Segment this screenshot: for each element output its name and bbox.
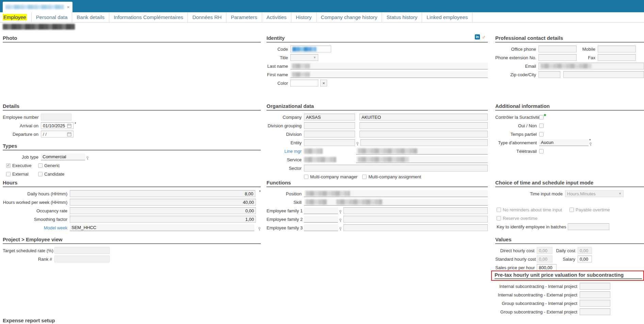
smoothing-factor-field[interactable]: 1,00 bbox=[70, 216, 256, 223]
departure-on-field[interactable]: / / bbox=[41, 131, 74, 137]
group-sub-internal-project-field[interactable] bbox=[580, 300, 610, 307]
tab-label: Données RH bbox=[192, 14, 222, 20]
tab-linked-employees[interactable]: Linked employees bbox=[422, 12, 472, 22]
rank-field[interactable] bbox=[54, 256, 110, 262]
weekly-hours-value: 40,00 bbox=[243, 200, 254, 205]
executive-checkbox[interactable] bbox=[6, 163, 11, 168]
reserve-overtime-checkbox[interactable] bbox=[497, 216, 501, 221]
section-details: Details Employee number Arrival on 01/10… bbox=[3, 103, 261, 139]
internal-sub-external-project-field[interactable] bbox=[580, 291, 610, 298]
title-dropdown[interactable]: ▼ bbox=[290, 54, 318, 61]
email-field[interactable] bbox=[538, 63, 644, 69]
tab-company-change-history[interactable]: Company change history bbox=[317, 12, 382, 22]
redacted-line-mgr-name bbox=[358, 148, 417, 153]
office-phone-field[interactable] bbox=[538, 46, 577, 52]
skill-field[interactable] bbox=[304, 199, 488, 206]
employee-family-1-code-field[interactable] bbox=[304, 207, 338, 214]
section-types: Types Job type Commercial Executive Gene… bbox=[3, 143, 261, 179]
tab-informations-complementaires[interactable]: Informations Complémentaires bbox=[109, 12, 188, 22]
employee-number-label: Employee number bbox=[3, 115, 41, 120]
model-week-field[interactable]: SEM_HHCC bbox=[70, 224, 254, 231]
company-code-field[interactable]: AKSAS bbox=[304, 114, 355, 120]
group-sub-external-project-field[interactable] bbox=[580, 308, 610, 315]
color-field[interactable] bbox=[290, 80, 318, 86]
city-field[interactable] bbox=[563, 71, 644, 78]
tab-employee[interactable]: Employee bbox=[0, 12, 32, 22]
division-name-field[interactable] bbox=[359, 131, 488, 137]
direct-hourly-cost-field[interactable]: 0,00 bbox=[537, 247, 552, 254]
sales-price-per-hour-field[interactable]: 800,00 bbox=[537, 264, 557, 271]
close-icon[interactable]: × bbox=[67, 4, 70, 10]
linkedin-icon[interactable]: in bbox=[475, 34, 480, 39]
company-name-field[interactable]: AKUITEO bbox=[359, 114, 488, 120]
arrival-on-field[interactable]: 01/10/2025 bbox=[41, 122, 74, 129]
entity-code-field[interactable] bbox=[304, 139, 355, 146]
temps-partiel-checkbox[interactable] bbox=[539, 132, 544, 136]
external-checkbox[interactable] bbox=[6, 172, 11, 176]
calendar-icon[interactable] bbox=[67, 132, 71, 136]
phone-extension-field[interactable] bbox=[538, 54, 577, 61]
external-label: External bbox=[12, 172, 33, 177]
company-label: Company bbox=[267, 115, 304, 120]
clear-color-button[interactable]: × bbox=[320, 80, 327, 86]
salary-field[interactable]: 0,00 bbox=[578, 256, 592, 262]
controler-suractivite-checkbox[interactable] bbox=[539, 115, 544, 119]
calendar-icon[interactable] bbox=[67, 124, 71, 128]
payable-overtime-checkbox[interactable] bbox=[569, 208, 574, 212]
section-title: Additional information bbox=[495, 103, 644, 111]
candidate-checkbox[interactable] bbox=[38, 172, 43, 176]
service-name-field[interactable] bbox=[356, 156, 488, 163]
standard-hourly-cost-field[interactable]: 0,00 bbox=[537, 256, 552, 262]
last-name-field[interactable] bbox=[290, 63, 488, 69]
generic-checkbox[interactable] bbox=[38, 163, 43, 168]
time-input-mode-dropdown[interactable]: Hours.Minutes ▼ bbox=[565, 190, 624, 197]
multi-company-assignment-checkbox[interactable] bbox=[362, 175, 367, 179]
division-grouping-name-field[interactable] bbox=[359, 122, 488, 129]
employee-family-3-name-field[interactable] bbox=[343, 224, 488, 231]
job-type-field[interactable]: Commercial bbox=[41, 153, 85, 160]
model-week-link[interactable]: Model week bbox=[3, 225, 70, 230]
oui-non-checkbox[interactable] bbox=[539, 124, 544, 128]
employee-number-field[interactable] bbox=[41, 114, 71, 120]
male-gender-icon[interactable]: ♂ bbox=[482, 34, 486, 39]
weekly-hours-field[interactable]: 40,00 bbox=[70, 199, 256, 206]
multi-company-manager-checkbox[interactable] bbox=[304, 175, 308, 179]
employee-family-2-code-field[interactable] bbox=[304, 216, 338, 223]
batch-key-field[interactable] bbox=[568, 223, 609, 230]
division-label: Division bbox=[267, 132, 304, 137]
tab-personal-data[interactable]: Personal data bbox=[32, 12, 73, 22]
daily-hours-field[interactable]: 8,00 bbox=[70, 190, 255, 197]
entity-name-field[interactable] bbox=[360, 139, 488, 146]
employee-family-1-name-field[interactable] bbox=[343, 207, 488, 214]
no-reminders-checkbox[interactable] bbox=[497, 208, 501, 212]
tab-bank-details[interactable]: Bank details bbox=[72, 12, 109, 22]
tab-parameters[interactable]: Parameters bbox=[226, 12, 262, 22]
internal-sub-internal-project-field[interactable] bbox=[580, 283, 610, 290]
tab-donnees-rh[interactable]: Données RH bbox=[188, 12, 226, 22]
first-name-label: First name bbox=[267, 72, 290, 77]
division-code-field[interactable] bbox=[304, 131, 355, 137]
tab-history[interactable]: History bbox=[291, 12, 317, 22]
daily-cost-field[interactable]: 0,00 bbox=[578, 247, 592, 254]
tab-activities[interactable]: Activities bbox=[262, 12, 291, 22]
division-grouping-code-field[interactable] bbox=[304, 122, 355, 129]
teletravail-checkbox[interactable] bbox=[539, 149, 544, 153]
target-scheduled-rate-field[interactable] bbox=[54, 247, 110, 254]
type-abonnement-field[interactable]: Aucun bbox=[539, 139, 589, 146]
code-field[interactable] bbox=[290, 46, 331, 52]
position-field[interactable] bbox=[304, 190, 488, 197]
position-label: Position bbox=[267, 191, 304, 196]
first-name-field[interactable] bbox=[290, 71, 488, 78]
zip-code-field[interactable] bbox=[538, 71, 560, 78]
employee-family-3-code-field[interactable] bbox=[304, 224, 338, 231]
line-mgr-name-field[interactable] bbox=[356, 148, 488, 155]
employee-family-2-name-field[interactable] bbox=[343, 216, 488, 223]
occupancy-rate-field[interactable]: 0,00 bbox=[70, 207, 256, 214]
document-tab[interactable]: × bbox=[3, 2, 73, 12]
tab-status-history[interactable]: Status history bbox=[382, 12, 422, 22]
sector-field[interactable] bbox=[304, 165, 488, 172]
line-mgr-link[interactable]: Line mgr bbox=[267, 149, 304, 154]
redacted-document-title bbox=[5, 5, 64, 9]
fax-field[interactable] bbox=[598, 54, 636, 61]
mobile-field[interactable] bbox=[598, 46, 636, 52]
